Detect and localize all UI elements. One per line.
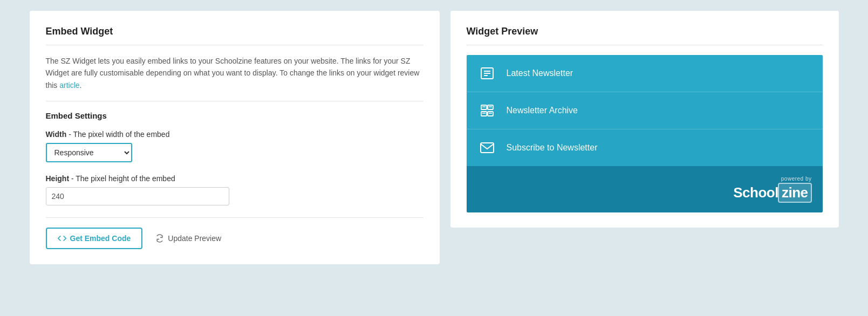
article-link[interactable]: article [59,81,79,90]
brand-school: School [733,184,778,201]
widget-footer: powered by Schoolzine [467,166,823,212]
get-embed-code-label: Get Embed Code [70,234,131,243]
description-part1: The SZ Widget lets you easily embed link… [46,57,420,90]
newsletter-archive-label: Newsletter Archive [507,106,578,115]
update-preview-button[interactable]: Update Preview [155,234,221,243]
svg-rect-6 [488,105,493,109]
panel-title: Embed Widget [46,26,423,37]
height-input[interactable] [46,187,229,205]
schoolzine-logo: powered by Schoolzine [733,176,811,203]
subscribe-label: Subscribe to Newsletter [507,143,598,153]
svg-rect-4 [481,105,487,109]
list-item[interactable]: Newsletter Archive [467,92,823,129]
embed-settings-label: Embed Settings [46,111,423,120]
height-label: Height - The pixel height of the embed [46,174,423,183]
envelope-icon [477,138,497,157]
divider-actions [46,217,423,218]
latest-newsletter-label: Latest Newsletter [507,68,573,78]
list-item[interactable]: Latest Newsletter [467,55,823,92]
get-embed-code-button[interactable]: Get Embed Code [46,228,143,249]
embed-code-icon [58,235,66,242]
svg-rect-12 [481,143,494,153]
svg-rect-10 [488,112,493,116]
width-select[interactable]: Responsive Fixed [46,143,132,162]
divider-middle [46,101,423,101]
preview-title: Widget Preview [467,26,823,37]
embed-widget-panel: Embed Widget The SZ Widget lets you easi… [30,11,440,264]
powered-by-text: powered by [781,176,812,182]
widget-container: Latest Newsletter Newsletter Archive [467,55,823,212]
divider-top [46,45,423,45]
actions-row: Get Embed Code Update Preview [46,228,423,249]
newsletter-icon [477,64,497,83]
width-field-group: Width - The pixel width of the embed Res… [46,130,423,162]
description-part2: . [80,81,82,90]
width-label: Width - The pixel width of the embed [46,130,423,139]
description-text: The SZ Widget lets you easily embed link… [46,55,423,91]
list-item[interactable]: Subscribe to Newsletter [467,129,823,166]
refresh-icon [155,234,164,243]
brand-zine: zine [778,183,812,203]
archive-icon [477,101,497,120]
svg-rect-8 [481,112,487,116]
preview-divider [467,45,823,45]
height-field-group: Height - The pixel height of the embed [46,174,423,205]
update-preview-label: Update Preview [168,234,221,243]
widget-preview-panel: Widget Preview Latest Newsletter [450,11,839,228]
brand-name: Schoolzine [733,183,811,203]
